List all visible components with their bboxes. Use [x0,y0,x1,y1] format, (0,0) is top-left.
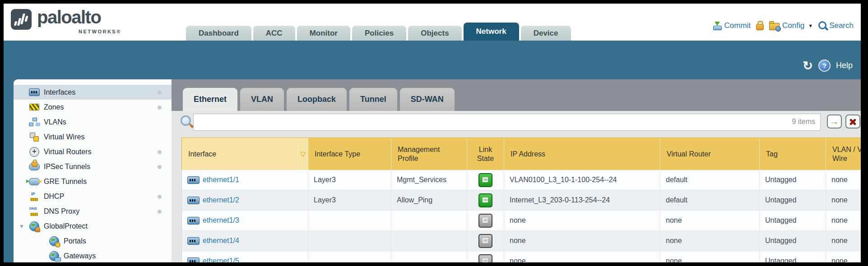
table-row[interactable]: ethernet1/4 none none Untagged none [181,231,861,251]
tab-policies[interactable]: Policies [352,26,406,41]
clear-filter-button[interactable] [845,115,860,128]
commit-button[interactable]: Commit [713,21,751,30]
subtab-tunnel[interactable]: Tunnel [349,88,397,111]
sidebar-item-ipsec-tunnels[interactable]: IPSec Tunnels [14,159,172,174]
cell-interface-type [308,211,391,230]
gateways-icon [49,251,60,261]
sort-dropdown-cell[interactable]: ▽ [298,138,308,170]
tab-monitor[interactable]: Monitor [297,26,350,41]
column-header-management-profile[interactable]: Management Profile [391,138,467,170]
cell-interface: ethernet1/1 [182,170,308,190]
column-header-virtual-router[interactable]: Virtual Router [660,138,760,170]
table-row[interactable]: ethernet1/2 Layer3 Allow_Ping Internet_L… [181,190,861,211]
sort-triangle-icon[interactable]: ▽ [300,150,306,158]
interface-subtabs: Ethernet VLAN Loopback Tunnel SD-WAN [183,88,455,111]
link-state-icon [478,173,492,187]
subtab-ethernet[interactable]: Ethernet [183,88,237,111]
vlans-icon [29,118,40,127]
lock-icon[interactable] [756,24,764,30]
expander-triangle-icon[interactable]: ▼ [19,223,24,229]
cell-ip-address: none [504,251,660,262]
config-label: Config [782,21,804,30]
sidebar-item-gateways[interactable]: Gateways [14,248,172,262]
filter-input[interactable] [193,114,821,131]
cell-interface: ethernet1/2 [182,190,308,210]
sidebar-nav: Interfaces Zones VLANs Virtual Wires [14,79,172,262]
cell-virtual-router: none [660,231,760,251]
filter-search-icon[interactable] [181,115,191,126]
sidebar-item-virtual-routers[interactable]: Virtual Routers [14,144,172,159]
item-count-label: 9 items [792,118,815,126]
cell-interface: ethernet1/4 [182,231,308,251]
search-icon [818,21,826,29]
sidebar-item-vlans[interactable]: VLANs [14,115,172,129]
interface-link[interactable]: ethernet1/2 [203,196,239,204]
interface-icon [187,197,200,204]
column-header-link-state[interactable]: Link State [467,138,504,170]
cell-tag: Untagged [760,231,826,251]
globalprotect-icon [29,221,40,231]
interface-link[interactable]: ethernet1/3 [203,216,239,225]
sidebar-item-dhcp[interactable]: DHCP [14,189,172,204]
table-row[interactable]: ethernet1/1 Layer3 Mgmt_Services VLAN010… [181,170,861,190]
commit-icon [713,21,722,30]
help-label[interactable]: Help [836,61,853,70]
tab-dashboard[interactable]: Dashboard [186,26,251,41]
column-header-interface-type[interactable]: Interface Type [308,138,391,170]
apply-filter-button[interactable]: → [827,115,842,128]
column-header-tag[interactable]: Tag [760,138,826,170]
interface-icon [187,176,200,184]
sidebar-item-interfaces[interactable]: Interfaces [14,85,172,100]
interface-icon [187,257,200,263]
help-icon[interactable]: ? [818,60,831,72]
cell-ip-address: none [504,231,660,251]
column-header-ip-address[interactable]: IP Address [504,138,660,170]
commit-label: Commit [724,21,751,30]
item-dot [158,165,162,169]
header-actions: Commit Config ▼ Search [713,21,854,30]
cell-tag: Untagged [760,190,826,210]
screenshot-frame: paloalto NETWORKS® Dashboard ACC Monitor… [0,0,868,266]
virtual-routers-icon [29,147,40,157]
main-content: Ethernet VLAN Loopback Tunnel SD-WAN 9 i… [172,79,861,262]
interfaces-table: Interface ▽ Interface Type Management Pr… [181,138,861,262]
cell-link-state [467,251,504,262]
left-sidebar: Interfaces Zones VLANs Virtual Wires [14,79,172,262]
cell-vlan-wire: none [826,251,861,262]
tab-device[interactable]: Device [521,26,571,41]
sidebar-item-zones[interactable]: Zones [14,100,172,115]
interface-link[interactable]: ethernet1/5 [203,257,239,262]
config-menu-button[interactable]: Config ▼ [769,21,813,30]
item-dot [158,210,162,214]
cell-mgmt-profile: Allow_Ping [391,190,467,210]
refresh-icon[interactable]: ↻ [803,60,813,71]
sidebar-item-dns-proxy[interactable]: DNS Proxy [14,204,172,219]
subtab-loopback[interactable]: Loopback [287,88,347,111]
column-header-interface[interactable]: Interface [182,138,298,170]
cell-interface-type: Layer3 [308,190,391,210]
tab-network[interactable]: Network [464,23,519,41]
tab-acc[interactable]: ACC [253,26,295,41]
sidebar-item-gre-tunnels[interactable]: GRE Tunnels [14,174,172,189]
tab-objects[interactable]: Objects [408,26,461,41]
interface-link[interactable]: ethernet1/4 [203,237,239,245]
cell-interface-type [308,231,391,251]
link-state-icon [478,234,492,248]
table-row[interactable]: ethernet1/3 none none Untagged none [181,211,861,231]
virtual-wires-icon [29,132,40,142]
table-header-row: Interface ▽ Interface Type Management Pr… [181,138,861,170]
zones-icon [29,102,40,112]
interface-link[interactable]: ethernet1/1 [203,176,239,184]
column-header-vlan-wire[interactable]: VLAN / Virtual Wire [826,138,861,170]
cell-virtual-router: none [660,211,760,230]
search-button[interactable]: Search [818,21,854,30]
subtab-vlan[interactable]: VLAN [240,88,284,111]
main-nav-tabs: Dashboard ACC Monitor Policies Objects N… [186,23,571,41]
interface-icon [187,217,200,225]
sidebar-item-portals[interactable]: Portals [14,234,172,248]
sidebar-item-globalprotect[interactable]: ▼ GlobalProtect [14,219,172,234]
subtab-sdwan[interactable]: SD-WAN [400,88,455,111]
table-row[interactable]: ethernet1/5 none none Untagged none [181,251,861,262]
sidebar-item-virtual-wires[interactable]: Virtual Wires [14,129,172,144]
portals-icon [49,236,60,246]
